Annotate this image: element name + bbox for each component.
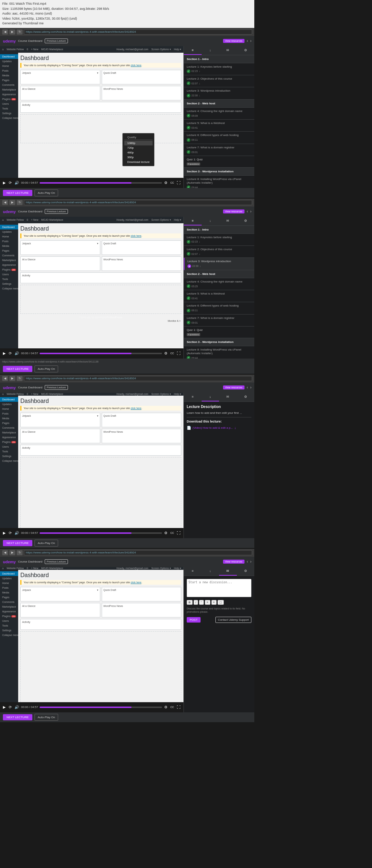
prev-lecture-btn-4[interactable]: Previous Lecture <box>45 559 68 564</box>
browser-refresh-btn-3[interactable]: ↻ <box>17 376 23 381</box>
rewind-btn-1[interactable]: ⟳ <box>8 181 12 185</box>
view-resources-btn-1[interactable]: View resources <box>223 39 245 43</box>
sidebar-tab-content-2[interactable]: ≡ <box>184 217 202 225</box>
wp-sidebar-collapse[interactable]: Collapse menu <box>0 116 18 120</box>
next-lecture-btn-4[interactable]: NEXT LECTURE <box>3 714 32 720</box>
wp-sidebar-media[interactable]: Media <box>0 73 18 78</box>
wp-sidebar4-collapse[interactable]: Collapse menu <box>0 633 18 637</box>
wp-sidebar-plugins[interactable]: Plugins 23 <box>0 97 18 101</box>
prev-lecture-btn-3[interactable]: Previous Lecture <box>45 385 68 390</box>
disc-ol-btn[interactable]: ≡ <box>211 600 217 605</box>
progress-bar-2[interactable] <box>40 353 162 354</box>
wp-sidebar3-settings[interactable]: Settings <box>0 454 18 459</box>
lecture-3-wp-intro[interactable]: Lecture 3: Wordpress introduction ✓ 22:3… <box>184 87 254 99</box>
fullscreen-btn-3[interactable]: ⛶ <box>176 531 181 535</box>
lecture-7-registrar[interactable]: Lecture 7: What is a domain registrar ✓ … <box>184 144 254 156</box>
wp-sidebar4-settings[interactable]: Settings <box>0 628 18 633</box>
lecture-4-domain[interactable]: Lecture 4: Choosing the right domain nam… <box>184 108 254 120</box>
settings-btn-4[interactable]: ⚙ <box>163 705 168 709</box>
progress-bar-1[interactable] <box>40 182 162 184</box>
settings-btn-2[interactable]: ⚙ <box>163 351 168 355</box>
cc-btn-1[interactable]: CC <box>170 181 175 184</box>
course-dashboard-link-1[interactable]: Course Dashboard <box>18 39 42 43</box>
wp-sidebar3-appearance[interactable]: Appearance <box>0 435 18 440</box>
download-item[interactable]: 📄 (Video) How to add & edit a p... ↓ <box>187 425 251 431</box>
wp-sidebar-users[interactable]: Users <box>0 101 18 106</box>
wp-sidebar2-collapse[interactable]: Collapse menu <box>0 286 18 291</box>
wp-sidebar-tools[interactable]: Tools <box>0 106 18 111</box>
wp-sidebar2-updates[interactable]: Updates <box>0 229 18 234</box>
lecture-2-objectives[interactable]: Lecture 2: Objectives of this course ✓ 0… <box>184 75 254 87</box>
browser-refresh-btn-4[interactable]: ↻ <box>17 550 23 555</box>
wp-sidebar-pages[interactable]: Pages <box>0 78 18 83</box>
browser-url-2[interactable]: https://www.udemy.com/how-to-install-wor… <box>24 200 252 205</box>
browser-url-1[interactable]: https://www.udemy.com/how-to-install-wor… <box>24 29 252 35</box>
sidebar-tab-content-1[interactable]: ≡ <box>184 46 202 55</box>
progress-bar-3[interactable] <box>40 532 162 534</box>
wp-sidebar3-marketplace[interactable]: Marketplace <box>0 430 18 435</box>
wp-sidebar-appearance[interactable]: Appearance <box>0 92 18 97</box>
browser-forward-btn-3[interactable]: ▶ <box>9 376 15 381</box>
play-btn-1[interactable]: ▶ <box>2 181 7 185</box>
wp-sidebar-dashboard[interactable]: Dashboard <box>0 54 18 59</box>
browser-back-btn-1[interactable]: ◀ <box>2 29 8 35</box>
quality-1080p[interactable]: 1080p <box>124 141 153 145</box>
wp-sidebar2-marketplace[interactable]: Marketplace <box>0 258 18 263</box>
browser-url-3[interactable]: https://www.udemy.com/how-to-install-wor… <box>24 376 252 381</box>
wp-notice-link-3[interactable]: click here <box>131 407 142 409</box>
wp-notice-link-4[interactable]: click here <box>131 581 142 584</box>
wp-sidebar4-pages[interactable]: Pages <box>0 595 18 600</box>
course-dashboard-link-4[interactable]: Course Dashboard <box>18 560 42 563</box>
quality-360p[interactable]: 360p <box>124 155 153 160</box>
volume-btn-4[interactable]: 🔊 <box>14 705 20 709</box>
sidebar-tab3-discussion[interactable]: ✉ <box>219 393 237 401</box>
view-resources-btn-4[interactable]: View resources <box>223 560 245 564</box>
browser-refresh-btn-1[interactable]: ↻ <box>17 29 23 35</box>
rewind-btn-3[interactable]: ⟳ <box>8 531 12 535</box>
quality-download[interactable]: Download lecture <box>124 160 153 164</box>
nav-next-1[interactable]: › <box>250 39 251 43</box>
wp-sidebar4-media[interactable]: Media <box>0 590 18 595</box>
discussion-post-btn[interactable]: POST <box>187 617 201 623</box>
wp-sidebar-posts[interactable]: Posts <box>0 68 18 73</box>
nav-prev-2[interactable]: ‹ <box>247 209 248 213</box>
lecture-5-webhost[interactable]: Lecture 5: What is a Webhost ✓ 03:41 <box>184 120 254 132</box>
nav-next-3[interactable]: › <box>250 385 251 389</box>
contact-support-btn[interactable]: Contact Udemy Support <box>215 617 251 623</box>
disc-bold-btn[interactable]: B <box>187 600 193 605</box>
course-dashboard-link-3[interactable]: Course Dashboard <box>18 386 42 389</box>
sidebar-tab3-content[interactable]: ≡ <box>184 393 202 401</box>
browser-forward-btn-4[interactable]: ▶ <box>9 550 15 555</box>
wp-sidebar2-pages[interactable]: Pages <box>0 248 18 253</box>
sidebar-tab-discussion-1[interactable]: ✉ <box>219 46 237 55</box>
wp-sidebar2-appearance[interactable]: Appearance <box>0 263 18 267</box>
auto-play-btn-2[interactable]: Auto-Play On <box>35 365 58 372</box>
wp-sidebar2-users[interactable]: Users <box>0 272 18 277</box>
settings-btn-1[interactable]: ⚙ <box>163 181 168 185</box>
wp-sidebar3-tools[interactable]: Tools <box>0 449 18 454</box>
wp-sidebar3-comments[interactable]: Comments <box>0 425 18 430</box>
auto-play-btn-3[interactable]: Auto-Play On <box>35 540 58 547</box>
s2-lecture-1[interactable]: Lecture 1: Keynotes before starting ✓ 02… <box>184 234 254 246</box>
course-dashboard-link-2[interactable]: Course Dashboard <box>18 210 42 213</box>
wp-sidebar3-home[interactable]: Home <box>0 407 18 411</box>
s2-lecture-7[interactable]: Lecture 7: What is a domain registrar ✓ … <box>184 315 254 327</box>
wp-sidebar3-dashboard[interactable]: Dashboard <box>0 397 18 402</box>
browser-refresh-btn-2[interactable]: ↻ <box>17 200 23 205</box>
wp-sidebar4-users[interactable]: Users <box>0 619 18 623</box>
wp-sidebar-settings[interactable]: Settings <box>0 111 18 116</box>
sidebar-tab3-settings[interactable]: ⚙ <box>237 393 255 401</box>
volume-btn-3[interactable]: 🔊 <box>14 531 20 535</box>
fullscreen-btn-4[interactable]: ⛶ <box>176 705 181 709</box>
wp-notice-link-2[interactable]: click here <box>131 235 142 237</box>
wp-sidebar4-home[interactable]: Home <box>0 581 18 585</box>
sidebar-tab-discussion-2[interactable]: ✉ <box>219 217 237 225</box>
nav-next-2[interactable]: › <box>250 209 251 213</box>
prev-lecture-btn-1[interactable]: Previous Lecture <box>45 39 68 43</box>
wp-sidebar4-updates[interactable]: Updates <box>0 576 18 581</box>
auto-play-btn-4[interactable]: Auto-Play On <box>35 714 58 721</box>
settings-btn-3[interactable]: ⚙ <box>163 531 168 535</box>
wp-sidebar2-comments[interactable]: Comments <box>0 253 18 258</box>
next-lecture-btn-3[interactable]: NEXT LECTURE <box>3 540 32 546</box>
wp-sidebar3-users[interactable]: Users <box>0 444 18 449</box>
